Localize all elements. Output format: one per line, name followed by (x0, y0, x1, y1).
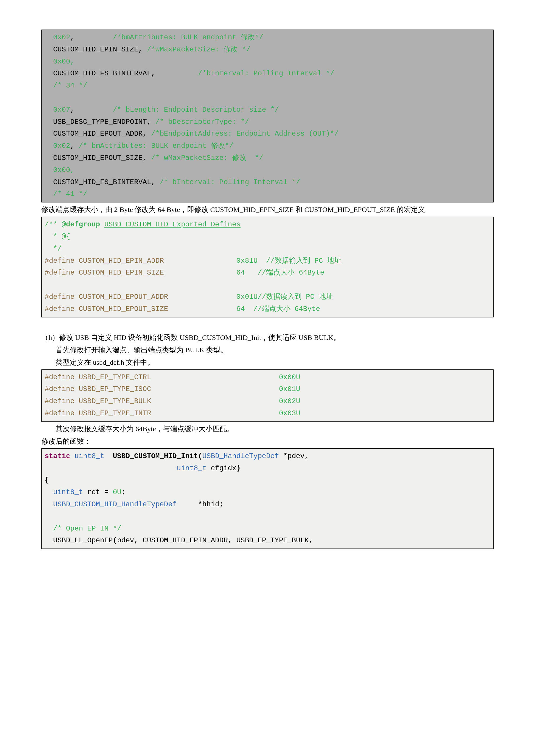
paragraph-4: 修改后的函数： (42, 436, 493, 446)
code-token: CUSTOM_HID_EPOUT_ADDR, (45, 130, 151, 138)
code-token: /*bEndpointAddress: Endpoint Address (OU… (151, 130, 339, 138)
code-token: @defgroup (62, 221, 100, 229)
code-token: #define CUSTOM_HID_EPOUT_ADDR (45, 293, 236, 301)
code-token: /* wMaxPacketSize: 修改 */ (151, 154, 263, 162)
code-token (279, 452, 283, 460)
code-token: static (45, 452, 70, 460)
code-token (108, 488, 113, 496)
code-token (45, 82, 53, 90)
code-token: cfgidx (207, 464, 236, 472)
code-token: #define CUSTOM_HID_EPIN_SIZE (45, 269, 236, 277)
code-token: , (70, 58, 74, 66)
code-token (45, 512, 49, 521)
paragraph-1: 修改端点缓存大小，由 2 Byte 修改为 64 Byte，即修改 CUSTOM… (42, 204, 493, 215)
code-token: CUSTOM_HID_FS_BINTERVAL, (45, 69, 198, 77)
code-token: CUSTOM_HID_EPOUT_SIZE, (45, 154, 151, 162)
code-token: uint8_t (177, 464, 207, 472)
code-token: /* bLength: Endpoint Descriptor size */ (113, 106, 279, 114)
code-token: * (198, 500, 202, 508)
code-token: 64 (236, 269, 245, 277)
code-token: 0U (113, 488, 121, 496)
code-token: 0x01U (236, 293, 258, 301)
code-token: 0x81U (236, 257, 258, 265)
code-token: , (70, 142, 79, 150)
code-token: pdev, CUSTOM_HID_EPIN_ADDR, USBD_EP_TYPE… (117, 536, 313, 544)
code-token: , (70, 106, 113, 114)
code-token: //端点大小 64Byte (253, 305, 320, 313)
code-token: /* bInterval: Polling Interval */ (160, 178, 300, 186)
code-token: /* bmAttributes: BULK endpoint 修改*/ (79, 142, 233, 150)
code-token: ; (121, 488, 126, 496)
code-token: 0x01U (279, 385, 300, 393)
code-token (70, 452, 74, 460)
code-token: * (283, 452, 288, 460)
code-token (45, 166, 53, 174)
code-token (100, 221, 104, 229)
code-token: 0x02 (53, 33, 70, 41)
code-token (45, 464, 177, 472)
code-token: 0x00U (279, 373, 300, 381)
code-token (245, 269, 258, 277)
code-token: USBD_CUSTOM_HID_HandleTypeDef (53, 500, 177, 508)
code-token: USBD_CUSTOM_HID_Init (113, 452, 198, 460)
code-token: #define USBD_EP_TYPE_ISOC (45, 385, 279, 393)
code-token (45, 190, 53, 198)
code-token: 0x00 (53, 166, 70, 174)
paragraph-2c: 类型定义在 usbd_def.h 文件中。 (42, 357, 493, 368)
code-token: { (45, 476, 49, 484)
code-token: uint8_t (53, 488, 83, 496)
code-token: #define USBD_EP_TYPE_INTR (45, 409, 279, 417)
code-token: ) (236, 464, 240, 472)
code-token: /*wMaxPacketSize: 修改 */ (147, 45, 250, 53)
code-token: /* 34 */ (53, 82, 87, 90)
code-token: #define CUSTOM_HID_EPOUT_SIZE (45, 305, 236, 313)
code-token: #define USBD_EP_TYPE_BULK (45, 397, 279, 405)
code-token: /*bmAttributes: BULK endpoint 修改*/ (113, 33, 263, 41)
code-token: USBD_CUSTOM_HID_Exported_Defines (104, 221, 241, 229)
code-token: //数据输入到 PC 地址 (266, 257, 341, 265)
paragraph-2b: 首先修改打开输入端点、输出端点类型为 BULK 类型。 (42, 345, 493, 355)
code-token (45, 106, 53, 114)
code-block-a: 0x02, /*bmAttributes: BULK endpoint 修改*/… (42, 30, 493, 202)
code-token (245, 305, 253, 313)
code-token: 0x02 (53, 142, 70, 150)
code-token (45, 525, 53, 532)
code-token: CUSTOM_HID_EPIN_SIZE, (45, 45, 147, 53)
code-token (104, 452, 113, 460)
paragraph-3: 其次修改报文缓存大小为 64Byte，与端点缓冲大小匹配。 (42, 423, 493, 434)
code-token (45, 281, 49, 289)
code-token: ( (113, 536, 117, 544)
code-token: //端点大小 64Byte (258, 269, 324, 277)
code-token: uint8_t (74, 452, 104, 460)
code-token: ( (198, 452, 202, 460)
code-token: * @{ (45, 232, 70, 241)
code-token: USB_DESC_TYPE_ENDPOINT, (45, 118, 155, 126)
code-token: 0x02U (279, 397, 300, 405)
code-token: //数据读入到 PC 地址 (258, 293, 333, 301)
code-token: USBD_HandleTypeDef (202, 452, 279, 460)
code-token: pdev, (288, 452, 309, 460)
code-block-d: static uint8_t USBD_CUSTOM_HID_Init(USBD… (42, 448, 493, 549)
code-block-c: #define USBD_EP_TYPE_CTRL 0x00U #define … (42, 369, 493, 422)
code-token (45, 58, 53, 66)
code-token: hhid; (202, 500, 224, 508)
code-token: /*bInterval: Polling Interval */ (198, 69, 334, 77)
code-token (45, 33, 53, 41)
code-token: CUSTOM_HID_FS_BINTERVAL, (45, 178, 160, 186)
code-token: 0x00 (53, 58, 70, 66)
code-token (45, 500, 53, 508)
code-token: ret (83, 488, 104, 496)
code-token (258, 257, 266, 265)
code-token: */ (45, 245, 62, 253)
code-token: /* bDescriptorType: */ (155, 118, 249, 126)
code-token: #define USBD_EP_TYPE_CTRL (45, 373, 279, 381)
code-token: = (104, 488, 108, 496)
code-token (45, 488, 53, 496)
code-token: #define CUSTOM_HID_EPIN_ADDR (45, 257, 236, 265)
code-token: /* 41 */ (53, 190, 87, 198)
spacer (42, 319, 493, 330)
code-token: 64 (236, 305, 245, 313)
code-token: 0x07 (53, 106, 70, 114)
code-token: , (70, 166, 74, 174)
code-token: , (70, 33, 113, 41)
